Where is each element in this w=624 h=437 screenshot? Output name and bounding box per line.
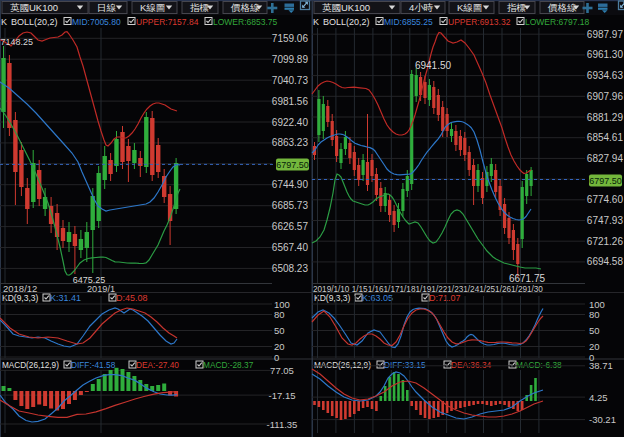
- svg-text:100: 100: [589, 299, 605, 310]
- svg-text:6827.94: 6827.94: [587, 153, 624, 164]
- svg-text:DEA:-27.40: DEA:-27.40: [136, 360, 179, 370]
- svg-text:6744.90: 6744.90: [272, 179, 309, 190]
- svg-text:UPPER:7157.84: UPPER:7157.84: [136, 17, 199, 27]
- svg-text:DEA:36.34: DEA:36.34: [451, 360, 492, 370]
- svg-text:6508.23: 6508.23: [272, 263, 309, 274]
- svg-text:80: 80: [589, 309, 600, 320]
- svg-text:6721.26: 6721.26: [587, 236, 624, 247]
- svg-text:2018/12: 2018/12: [3, 283, 37, 294]
- svg-text:K線圖: K線圖: [457, 2, 482, 13]
- svg-text:日線: 日線: [97, 2, 117, 13]
- svg-text:英國UK100: 英國UK100: [10, 2, 58, 13]
- svg-text:6881.29: 6881.29: [587, 112, 624, 123]
- svg-text:6941.50: 6941.50: [415, 60, 452, 71]
- svg-text:英國UK100: 英國UK100: [322, 2, 370, 13]
- svg-text:6685.73: 6685.73: [272, 200, 309, 211]
- svg-text:7040.73: 7040.73: [272, 75, 309, 86]
- svg-text:DIFF:33.15: DIFF:33.15: [384, 360, 426, 370]
- svg-text:-17.15: -17.15: [269, 390, 296, 401]
- svg-text:UPPER:6913.32: UPPER:6913.32: [448, 17, 511, 27]
- svg-text:指標: 指標: [190, 2, 209, 13]
- svg-text:D:71.07: D:71.07: [429, 293, 461, 303]
- svg-text:6922.40: 6922.40: [272, 117, 309, 128]
- svg-text:6961.30: 6961.30: [587, 49, 624, 60]
- svg-text:-111.35: -111.35: [267, 419, 298, 430]
- svg-text:50: 50: [274, 325, 285, 336]
- svg-text:DIFF:-41.58: DIFF:-41.58: [71, 360, 116, 370]
- svg-text:0: 0: [274, 352, 279, 363]
- svg-text:6987.97: 6987.97: [587, 29, 624, 40]
- svg-text:6863.23: 6863.23: [272, 137, 309, 148]
- svg-text:50: 50: [589, 325, 600, 336]
- svg-text:KD(9,3,3): KD(9,3,3): [314, 293, 351, 303]
- svg-text:MACD:-28.37: MACD:-28.37: [203, 360, 254, 370]
- svg-text:BOLL(20,2): BOLL(20,2): [11, 17, 58, 27]
- svg-text:7148.25: 7148.25: [1, 37, 34, 47]
- svg-text:MACD:-6.38: MACD:-6.38: [516, 360, 562, 370]
- svg-text:20: 20: [589, 341, 600, 352]
- svg-text:LOWER:6797.18: LOWER:6797.18: [525, 17, 590, 27]
- svg-text:MID:6855.25: MID:6855.25: [384, 17, 433, 27]
- svg-text:38.71: 38.71: [589, 360, 613, 371]
- svg-text:K:63.05: K:63.05: [362, 293, 393, 303]
- svg-text:80: 80: [274, 309, 285, 320]
- svg-text:D:45.08: D:45.08: [116, 293, 148, 303]
- svg-text:6626.57: 6626.57: [272, 221, 309, 232]
- svg-text:K: K: [313, 17, 319, 27]
- svg-text:6934.63: 6934.63: [587, 70, 624, 81]
- svg-text:6774.60: 6774.60: [587, 194, 624, 205]
- svg-text:-30.21: -30.21: [589, 414, 616, 425]
- svg-text:BOLL(20,2): BOLL(20,2): [323, 17, 370, 27]
- svg-text:6567.40: 6567.40: [272, 242, 309, 253]
- svg-text:6747.93: 6747.93: [587, 215, 624, 226]
- svg-text:價格線: 價格線: [230, 2, 260, 13]
- svg-text:MID:7005.80: MID:7005.80: [72, 17, 121, 27]
- svg-text:6671.75: 6671.75: [509, 273, 546, 284]
- svg-text:7159.06: 7159.06: [272, 33, 309, 44]
- svg-text:6854.61: 6854.61: [587, 132, 624, 143]
- svg-text:MACD(26,12,9): MACD(26,12,9): [2, 361, 59, 370]
- svg-text:指標: 指標: [507, 2, 526, 13]
- svg-text:77.05: 77.05: [270, 365, 294, 376]
- svg-text:K線圖: K線圖: [140, 2, 165, 13]
- svg-text:KD(9,3,3): KD(9,3,3): [2, 293, 39, 303]
- svg-text:6981.56: 6981.56: [272, 96, 309, 107]
- svg-text:LOWER:6853.75: LOWER:6853.75: [213, 17, 278, 27]
- svg-text:6797.50: 6797.50: [276, 160, 309, 170]
- svg-text:4小時: 4小時: [409, 2, 434, 13]
- svg-text:K:31.41: K:31.41: [50, 293, 81, 303]
- svg-text:7099.89: 7099.89: [272, 54, 309, 65]
- svg-text:6797.50: 6797.50: [589, 176, 622, 186]
- svg-text:6694.58: 6694.58: [587, 256, 624, 267]
- svg-text:K: K: [1, 17, 7, 27]
- svg-text:4.25: 4.25: [589, 392, 608, 403]
- svg-text:100: 100: [274, 299, 290, 310]
- svg-text:價格線: 價格線: [547, 2, 577, 13]
- svg-text:20: 20: [274, 341, 285, 352]
- svg-text:6907.96: 6907.96: [587, 91, 624, 102]
